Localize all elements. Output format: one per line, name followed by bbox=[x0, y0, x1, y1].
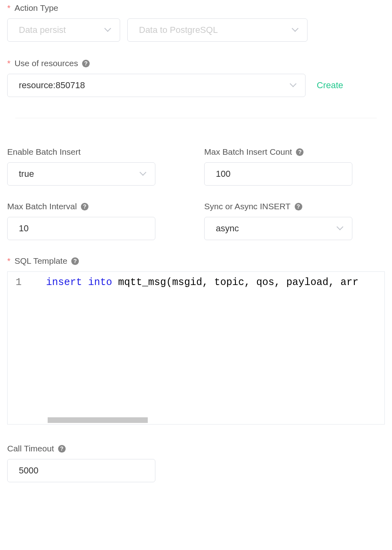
chevron-down-icon bbox=[293, 27, 299, 33]
required-star-icon: * bbox=[7, 256, 10, 266]
sql-template-label-text: SQL Template bbox=[14, 256, 67, 266]
action-target-select[interactable]: Data to PostgreSQL bbox=[127, 18, 308, 42]
horizontal-scrollbar[interactable] bbox=[48, 417, 148, 423]
create-resource-link[interactable]: Create bbox=[317, 80, 343, 91]
keyword: insert bbox=[46, 277, 82, 288]
enable-batch-select[interactable]: true bbox=[7, 162, 155, 186]
max-count-input[interactable] bbox=[204, 162, 352, 186]
action-type-label-text: Action Type bbox=[14, 3, 58, 13]
resources-value: resource:850718 bbox=[19, 80, 85, 91]
required-star-icon: * bbox=[7, 59, 10, 68]
max-interval-label: Max Batch Interval ? bbox=[7, 202, 204, 211]
help-icon[interactable]: ? bbox=[296, 148, 304, 156]
gutter: 1 bbox=[8, 272, 32, 293]
sql-template-label: * SQL Template ? bbox=[7, 256, 385, 266]
sql-editor[interactable]: 1 insert into mqtt_msg(msgid, topic, qos… bbox=[7, 271, 385, 425]
required-star-icon: * bbox=[7, 3, 10, 13]
chevron-down-icon bbox=[291, 82, 297, 89]
action-target-value: Data to PostgreSQL bbox=[139, 25, 218, 35]
resources-select[interactable]: resource:850718 bbox=[7, 74, 306, 97]
code-content[interactable]: insert into mqtt_msg(msgid, topic, qos, … bbox=[32, 272, 384, 293]
resources-label: * Use of resources ? bbox=[7, 59, 385, 68]
action-persist-select[interactable]: Data persist bbox=[7, 18, 120, 42]
sync-async-label-text: Sync or Async INSERT bbox=[204, 202, 291, 211]
max-interval-input[interactable] bbox=[7, 217, 155, 240]
max-count-label: Max Batch Insert Count ? bbox=[204, 147, 352, 157]
help-icon[interactable]: ? bbox=[58, 445, 66, 453]
help-icon[interactable]: ? bbox=[71, 257, 79, 265]
enable-batch-label-text: Enable Batch Insert bbox=[7, 147, 80, 157]
keyword: into bbox=[88, 277, 112, 288]
max-count-label-text: Max Batch Insert Count bbox=[204, 147, 292, 157]
resources-label-text: Use of resources bbox=[14, 59, 78, 68]
call-timeout-label: Call Timeout ? bbox=[7, 444, 385, 453]
sync-async-value: async bbox=[216, 223, 239, 234]
help-icon[interactable]: ? bbox=[82, 60, 90, 67]
sync-async-select[interactable]: async bbox=[204, 217, 352, 240]
chevron-down-icon bbox=[338, 225, 344, 232]
enable-batch-label: Enable Batch Insert bbox=[7, 147, 204, 157]
chevron-down-icon bbox=[141, 171, 147, 177]
chevron-down-icon bbox=[105, 27, 112, 33]
help-icon[interactable]: ? bbox=[295, 203, 302, 210]
call-timeout-label-text: Call Timeout bbox=[7, 444, 54, 453]
call-timeout-input[interactable] bbox=[7, 459, 155, 482]
code-text: mqtt_msg(msgid, topic, qos, payload, arr bbox=[112, 277, 358, 288]
action-persist-value: Data persist bbox=[19, 25, 66, 35]
action-type-label: * Action Type bbox=[7, 3, 385, 13]
help-icon[interactable]: ? bbox=[81, 203, 88, 210]
max-interval-label-text: Max Batch Interval bbox=[7, 202, 77, 211]
line-number: 1 bbox=[16, 277, 32, 288]
divider bbox=[15, 118, 377, 118]
enable-batch-value: true bbox=[19, 169, 34, 179]
sync-async-label: Sync or Async INSERT ? bbox=[204, 202, 352, 211]
